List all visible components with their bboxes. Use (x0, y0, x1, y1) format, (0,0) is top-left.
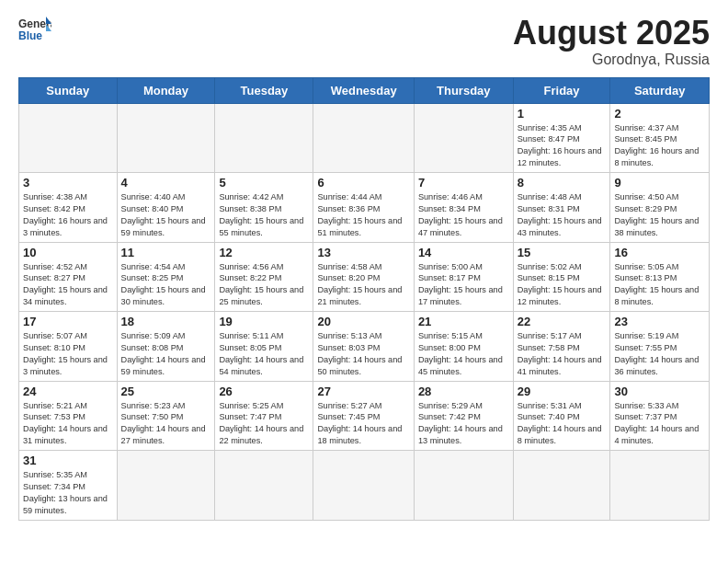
day-info: Sunrise: 4:52 AMSunset: 8:27 PMDaylight:… (23, 261, 113, 309)
day-number: 13 (317, 246, 409, 259)
day-info: Sunrise: 5:25 AMSunset: 7:47 PMDaylight:… (219, 400, 309, 448)
day-info: Sunrise: 5:21 AMSunset: 7:53 PMDaylight:… (23, 400, 113, 448)
day-number: 20 (317, 315, 409, 328)
logo-icon: General Blue (18, 15, 51, 42)
day-number: 3 (23, 176, 113, 190)
day-number: 15 (518, 246, 607, 259)
table-row: 12Sunrise: 4:56 AMSunset: 8:22 PMDayligh… (215, 242, 313, 312)
table-row: 1Sunrise: 4:35 AMSunset: 8:47 PMDaylight… (513, 103, 610, 173)
table-row: 18Sunrise: 5:09 AMSunset: 8:08 PMDayligh… (117, 312, 215, 382)
page: General Blue August 2025 Gorodnya, Russi… (0, 0, 728, 563)
table-row: 3Sunrise: 4:38 AMSunset: 8:42 PMDaylight… (19, 173, 118, 243)
table-row (414, 103, 513, 173)
table-row (610, 451, 710, 521)
header-thursday: Thursday (414, 77, 513, 103)
month-title: August 2025 (513, 15, 710, 52)
day-number: 12 (219, 246, 309, 259)
day-info: Sunrise: 5:00 AMSunset: 8:17 PMDaylight:… (418, 261, 509, 309)
table-row: 31Sunrise: 5:35 AMSunset: 7:34 PMDayligh… (19, 451, 118, 521)
day-number: 7 (418, 176, 509, 190)
table-row (313, 451, 414, 521)
day-number: 24 (23, 385, 113, 398)
day-info: Sunrise: 4:56 AMSunset: 8:22 PMDaylight:… (219, 261, 309, 309)
table-row (117, 103, 215, 173)
day-info: Sunrise: 5:02 AMSunset: 8:15 PMDaylight:… (518, 261, 607, 309)
day-info: Sunrise: 4:42 AMSunset: 8:38 PMDaylight:… (219, 191, 309, 239)
day-number: 16 (614, 246, 705, 259)
day-info: Sunrise: 4:37 AMSunset: 8:45 PMDaylight:… (614, 122, 705, 170)
day-info: Sunrise: 4:35 AMSunset: 8:47 PMDaylight:… (518, 122, 607, 170)
day-number: 22 (518, 315, 607, 328)
table-row: 20Sunrise: 5:13 AMSunset: 8:03 PMDayligh… (313, 312, 414, 382)
day-number: 8 (518, 176, 607, 190)
day-number: 29 (518, 385, 607, 398)
day-info: Sunrise: 5:23 AMSunset: 7:50 PMDaylight:… (121, 400, 211, 448)
logo: General Blue (18, 15, 51, 42)
day-info: Sunrise: 5:15 AMSunset: 8:00 PMDaylight:… (418, 330, 509, 378)
table-row (414, 451, 513, 521)
day-number: 17 (23, 315, 113, 328)
table-row: 24Sunrise: 5:21 AMSunset: 7:53 PMDayligh… (19, 381, 118, 451)
day-number: 21 (418, 315, 509, 328)
day-number: 2 (614, 107, 705, 121)
table-row: 6Sunrise: 4:44 AMSunset: 8:36 PMDaylight… (313, 173, 414, 243)
day-info: Sunrise: 4:54 AMSunset: 8:25 PMDaylight:… (121, 261, 211, 309)
table-row: 11Sunrise: 4:54 AMSunset: 8:25 PMDayligh… (117, 242, 215, 312)
table-row (513, 451, 610, 521)
header-wednesday: Wednesday (313, 77, 414, 103)
day-number: 6 (317, 176, 409, 190)
table-row: 13Sunrise: 4:58 AMSunset: 8:20 PMDayligh… (313, 242, 414, 312)
table-row: 14Sunrise: 5:00 AMSunset: 8:17 PMDayligh… (414, 242, 513, 312)
table-row (117, 451, 215, 521)
header: General Blue August 2025 Gorodnya, Russi… (18, 15, 710, 68)
table-row (215, 451, 313, 521)
day-info: Sunrise: 5:31 AMSunset: 7:40 PMDaylight:… (518, 400, 607, 448)
day-number: 14 (418, 246, 509, 259)
table-row: 28Sunrise: 5:29 AMSunset: 7:42 PMDayligh… (414, 381, 513, 451)
calendar-header-row: Sunday Monday Tuesday Wednesday Thursday… (19, 77, 710, 103)
table-row: 9Sunrise: 4:50 AMSunset: 8:29 PMDaylight… (610, 173, 710, 243)
day-info: Sunrise: 4:46 AMSunset: 8:34 PMDaylight:… (418, 191, 509, 239)
table-row: 17Sunrise: 5:07 AMSunset: 8:10 PMDayligh… (19, 312, 118, 382)
table-row: 30Sunrise: 5:33 AMSunset: 7:37 PMDayligh… (610, 381, 710, 451)
header-friday: Friday (513, 77, 610, 103)
day-info: Sunrise: 5:17 AMSunset: 7:58 PMDaylight:… (518, 330, 607, 378)
header-saturday: Saturday (610, 77, 710, 103)
table-row (19, 103, 118, 173)
day-number: 23 (614, 315, 705, 328)
day-number: 26 (219, 385, 309, 398)
header-monday: Monday (117, 77, 215, 103)
header-sunday: Sunday (19, 77, 118, 103)
day-info: Sunrise: 5:33 AMSunset: 7:37 PMDaylight:… (614, 400, 705, 448)
day-info: Sunrise: 5:05 AMSunset: 8:13 PMDaylight:… (614, 261, 705, 309)
day-number: 27 (317, 385, 409, 398)
day-info: Sunrise: 5:19 AMSunset: 7:55 PMDaylight:… (614, 330, 705, 378)
title-block: August 2025 Gorodnya, Russia (513, 15, 710, 68)
day-info: Sunrise: 5:27 AMSunset: 7:45 PMDaylight:… (317, 400, 409, 448)
table-row: 25Sunrise: 5:23 AMSunset: 7:50 PMDayligh… (117, 381, 215, 451)
table-row: 4Sunrise: 4:40 AMSunset: 8:40 PMDaylight… (117, 173, 215, 243)
table-row (215, 103, 313, 173)
day-info: Sunrise: 5:29 AMSunset: 7:42 PMDaylight:… (418, 400, 509, 448)
table-row: 23Sunrise: 5:19 AMSunset: 7:55 PMDayligh… (610, 312, 710, 382)
day-number: 18 (121, 315, 211, 328)
calendar-table: Sunday Monday Tuesday Wednesday Thursday… (18, 77, 710, 521)
table-row: 26Sunrise: 5:25 AMSunset: 7:47 PMDayligh… (215, 381, 313, 451)
day-number: 1 (518, 107, 607, 121)
day-info: Sunrise: 4:50 AMSunset: 8:29 PMDaylight:… (614, 191, 705, 239)
day-number: 4 (121, 176, 211, 190)
day-info: Sunrise: 4:48 AMSunset: 8:31 PMDaylight:… (518, 191, 607, 239)
day-info: Sunrise: 4:44 AMSunset: 8:36 PMDaylight:… (317, 191, 409, 239)
svg-text:Blue: Blue (18, 29, 42, 42)
day-number: 28 (418, 385, 509, 398)
day-number: 30 (614, 385, 705, 398)
header-tuesday: Tuesday (215, 77, 313, 103)
table-row: 16Sunrise: 5:05 AMSunset: 8:13 PMDayligh… (610, 242, 710, 312)
day-info: Sunrise: 5:11 AMSunset: 8:05 PMDaylight:… (219, 330, 309, 378)
table-row: 10Sunrise: 4:52 AMSunset: 8:27 PMDayligh… (19, 242, 118, 312)
day-number: 25 (121, 385, 211, 398)
day-info: Sunrise: 5:07 AMSunset: 8:10 PMDaylight:… (23, 330, 113, 378)
day-info: Sunrise: 4:58 AMSunset: 8:20 PMDaylight:… (317, 261, 409, 309)
table-row: 27Sunrise: 5:27 AMSunset: 7:45 PMDayligh… (313, 381, 414, 451)
table-row: 22Sunrise: 5:17 AMSunset: 7:58 PMDayligh… (513, 312, 610, 382)
